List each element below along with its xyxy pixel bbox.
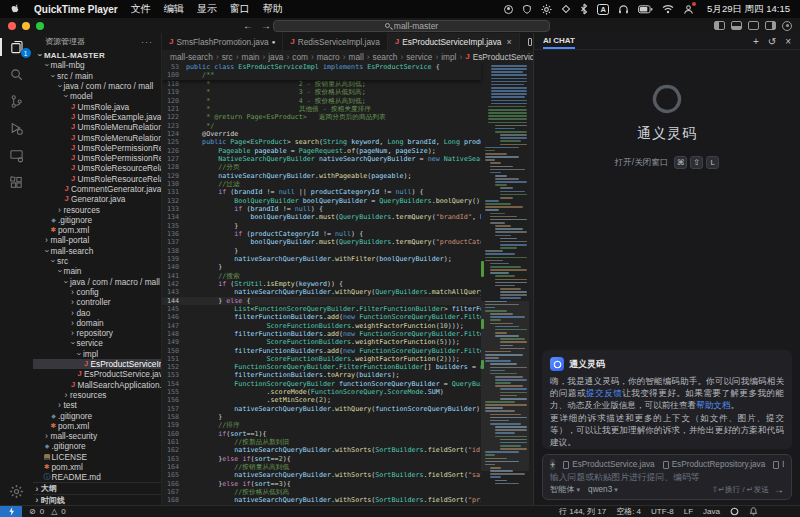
tree-item-.gitignore[interactable]: ◆.gitignore <box>33 441 161 451</box>
toggle-secondary-sidebar-icon[interactable] <box>748 21 759 30</box>
send-diamond-icon[interactable] <box>561 4 571 14</box>
breadcrumb-part[interactable]: search <box>373 52 398 62</box>
tree-item-UmsRole.java[interactable]: JUmsRole.java <box>33 101 161 111</box>
context-chip-EsProductRepository.java[interactable]: EsProductRepository.java <box>663 460 766 469</box>
code-line-148[interactable]: 148 filterFunctionBuilders.add(new Funct… <box>162 330 481 338</box>
breadcrumb-part[interactable]: service <box>406 52 432 62</box>
code-line-142[interactable]: 142 if (StrUtil.isEmpty(keyword)) { <box>162 280 481 288</box>
nav-back-button[interactable]: ← <box>243 18 253 33</box>
code-line-132[interactable]: 132 BoolQueryBuilder boolQueryBuilder = … <box>162 197 481 205</box>
code-line-157[interactable]: 157 nativeSearchQueryBuilder.withQuery(f… <box>162 405 481 413</box>
code-line-155[interactable]: 155 .scoreMode(FunctionScoreQuery.ScoreM… <box>162 388 481 396</box>
code-line-127[interactable]: 127 NativeSearchQueryBuilder nativeSearc… <box>162 155 481 163</box>
breadcrumb-part[interactable]: mall <box>349 52 364 62</box>
breadcrumb-part[interactable]: mall-search <box>170 52 213 62</box>
tree-item-pom.xml[interactable]: ✱pom.xml <box>33 225 161 235</box>
code-line-131[interactable]: 131 if (brandId != null || productCatego… <box>162 188 481 196</box>
ai-chat-tab[interactable]: AI CHAT <box>543 33 575 49</box>
tree-item-repository[interactable]: ›repository <box>33 328 161 338</box>
code-line-152[interactable]: 152 FunctionScoreQueryBuilder.FilterFunc… <box>162 363 481 371</box>
shield-icon[interactable] <box>522 4 532 15</box>
menu-item-帮助[interactable]: 帮助 <box>263 2 283 16</box>
gear-menu-icon[interactable] <box>541 4 552 15</box>
tree-item-CommentGenerator.java[interactable]: JCommentGenerator.java <box>33 184 161 194</box>
code-line-122[interactable]: 122 * @return Page<EsProduct> 返回分页后的商品列表 <box>162 113 481 121</box>
tree-item-LICENSE[interactable]: ▤LICENSE <box>33 452 161 462</box>
headphones-icon[interactable] <box>618 4 629 15</box>
code-line-120[interactable]: 120 * 4 - 按价格从高到低; <box>162 97 481 105</box>
source-control-activity-icon[interactable] <box>7 92 27 110</box>
code-line-123[interactable]: 123 */ <box>162 122 481 130</box>
close-chat-icon[interactable]: × <box>785 36 791 47</box>
tree-item-pom.xml[interactable]: ✱pom.xml <box>33 421 161 431</box>
tree-item-MALL-MASTER[interactable]: ›MALL-MASTER <box>33 50 161 60</box>
tree-item-main[interactable]: ›main <box>33 266 161 276</box>
code-line-124[interactable]: 124 @Override <box>162 130 481 138</box>
extensions-activity-icon[interactable] <box>7 173 27 191</box>
code-line-153[interactable]: 153 filterFunctionBuilders.toArray(build… <box>162 371 481 379</box>
context-chip-EsProduct.java[interactable]: EsProduct.java <box>773 460 784 469</box>
tree-item-mall-mbg[interactable]: ›mall-mbg <box>33 60 161 70</box>
chat-history-icon[interactable]: ↺ <box>768 36 776 47</box>
code-line-134[interactable]: 134 boolQueryBuilder.must(QueryBuilders.… <box>162 213 481 221</box>
code-line-149[interactable]: 149 ScoreFunctionBuilders.weightFactorFu… <box>162 338 481 346</box>
tree-item-.gitignore[interactable]: ◆.gitignore <box>33 410 161 420</box>
breadcrumb-file[interactable]: JEsProductServiceImpl.java <box>465 52 533 62</box>
code-line-128[interactable]: 128 //分页 <box>162 163 481 171</box>
code-line-130[interactable]: 130 //过滤 <box>162 180 481 188</box>
editor-tab-RedisServiceImpl.java[interactable]: JRedisServiceImpl.java <box>283 33 388 50</box>
tree-item-mall-search[interactable]: ›mall-search <box>33 246 161 256</box>
code-line-136[interactable]: 136 if (productCategoryId != null) { <box>162 230 481 238</box>
code-line-167[interactable]: 167 //按价格从低到高 <box>162 488 481 496</box>
code-line-160[interactable]: 160 if(sort==1){ <box>162 430 481 438</box>
editor-tab-SmsFlashPromotion.java[interactable]: JSmsFlashPromotion.java● <box>162 33 283 50</box>
model-selector[interactable]: qwen3▾ <box>588 485 618 494</box>
tree-item-UmsRoleResourceRelationExample.j...[interactable]: JUmsRoleResourceRelationExample.j... <box>33 174 161 184</box>
sidebar-section-时间线[interactable]: ›时间线 <box>33 494 161 505</box>
indentation-status[interactable]: 空格: 4 <box>616 506 641 517</box>
breadcrumb-part[interactable]: java <box>268 52 283 62</box>
input-method-icon[interactable]: A <box>597 4 609 15</box>
mode-selector[interactable]: 智能体▾ <box>550 484 580 495</box>
breadcrumb[interactable]: mall-search›src›main›java›com›macro›mall… <box>162 50 533 63</box>
tree-item-src / main[interactable]: ›src / main <box>33 71 161 81</box>
chat-input-card[interactable]: + EsProductService.javaEsProductReposito… <box>542 454 792 500</box>
breadcrumb-part[interactable]: com <box>292 52 308 62</box>
remote-indicator[interactable] <box>0 506 22 517</box>
run-debug-activity-icon[interactable] <box>7 119 27 137</box>
code-line-168[interactable]: 168 nativeSearchQueryBuilder.withSorts(S… <box>162 496 481 504</box>
code-line-133[interactable]: 133 if (brandId != null) { <box>162 205 481 213</box>
nav-forward-button[interactable]: → <box>261 18 271 33</box>
settings-gear-icon[interactable] <box>7 482 27 500</box>
battery-icon[interactable] <box>638 5 653 14</box>
code-line-147[interactable]: 147 ScoreFunctionBuilders.weightFactorFu… <box>162 322 481 330</box>
code-line-100[interactable]: 100 /** <box>162 71 481 79</box>
tree-item-mall-security[interactable]: ›mall-security <box>33 431 161 441</box>
account-circle-icon[interactable] <box>782 21 792 31</box>
code-line-154[interactable]: 154 FunctionScoreQueryBuilder functionSc… <box>162 380 481 388</box>
explorer-activity-icon[interactable]: 1 <box>7 38 27 56</box>
tree-item-pom.xml[interactable]: ✱pom.xml <box>33 462 161 472</box>
window-zoom-button[interactable] <box>36 22 44 30</box>
code-line-53[interactable]: 53public class EsProductServiceImpl impl… <box>162 63 481 71</box>
menu-item-编辑[interactable]: 编辑 <box>164 2 184 16</box>
tree-item-EsProductServiceImpl.java[interactable]: JEsProductServiceImpl.java <box>33 359 161 369</box>
cursor-position-status[interactable]: 行 144, 列 17 <box>559 506 606 517</box>
code-line-151[interactable]: 151 ScoreFunctionBuilders.weightFactorFu… <box>162 355 481 363</box>
tree-item-java / com / macro / mall[interactable]: ›java / com / macro / mall <box>33 81 161 91</box>
code-line-150[interactable]: 150 filterFunctionBuilders.add(new Funct… <box>162 347 481 355</box>
tree-item-src[interactable]: ›src <box>33 256 161 266</box>
tree-item-java / com / macro / mall / search[interactable]: ›java / com / macro / mall / search <box>33 277 161 287</box>
explorer-more-actions-icon[interactable]: ··· <box>141 37 153 47</box>
wifi-icon[interactable] <box>662 4 674 14</box>
tree-item-impl[interactable]: ›impl <box>33 349 161 359</box>
close-tab-icon[interactable]: × <box>506 37 511 47</box>
remote-explorer-activity-icon[interactable] <box>7 146 27 164</box>
tree-item-resources[interactable]: ›resources <box>33 390 161 400</box>
code-line-145[interactable]: 145 List<FunctionScoreQueryBuilder.Filte… <box>162 305 481 313</box>
code-line-164[interactable]: 164 //按销量从高到低 <box>162 463 481 471</box>
bluetooth-icon[interactable] <box>580 3 588 15</box>
context-chip-EsProductService.java[interactable]: EsProductService.java <box>563 460 654 469</box>
code-line-138[interactable]: 138 } <box>162 247 481 255</box>
breadcrumb-part[interactable]: impl <box>441 52 456 62</box>
